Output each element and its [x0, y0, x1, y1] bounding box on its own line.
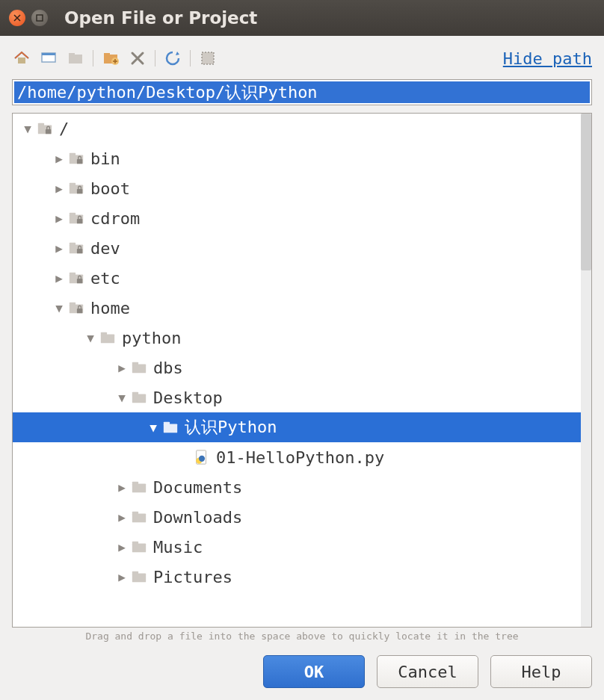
path-input-wrap [12, 79, 592, 105]
chevron-right-icon[interactable]: ▶ [114, 510, 129, 524]
indent [13, 248, 52, 249]
tree-row[interactable]: ▶Pictures [13, 562, 581, 592]
project-icon[interactable] [66, 49, 85, 68]
tree-row[interactable]: ▼认识Python [13, 412, 581, 442]
indent [13, 338, 83, 338]
chevron-down-icon[interactable]: ▼ [20, 122, 35, 136]
chevron-down-icon[interactable]: ▼ [146, 421, 161, 435]
tree-row[interactable]: ▶boot [13, 173, 581, 203]
drag-drop-hint: Drag and drop a file into the space abov… [12, 628, 592, 652]
tree-row-label: boot [90, 179, 130, 198]
chevron-right-icon[interactable]: ▶ [52, 271, 67, 285]
chevron-down-icon[interactable]: ▼ [52, 301, 67, 315]
indent [13, 547, 114, 548]
titlebar: Open File or Project [0, 0, 604, 36]
indent [13, 158, 52, 159]
folder-icon [129, 479, 149, 495]
indent [13, 128, 20, 129]
tree-row-label: Pictures [153, 568, 232, 586]
window-minimize-button[interactable] [31, 10, 48, 26]
home-icon[interactable] [12, 49, 31, 68]
tree-row[interactable]: ▼Desktop [13, 382, 581, 412]
refresh-icon[interactable] [163, 49, 182, 68]
file-tree[interactable]: ▼/▶bin▶boot▶cdrom▶dev▶etc▼home▼python▶db… [13, 114, 581, 627]
ok-button[interactable]: OK [263, 655, 365, 688]
indent [13, 427, 146, 428]
cancel-button[interactable]: Cancel [377, 655, 478, 688]
folder-icon [129, 569, 149, 585]
scrollbar[interactable] [581, 114, 591, 627]
tree-row-label: dev [90, 239, 120, 258]
tree-row-label: Desktop [153, 388, 223, 407]
chevron-down-icon[interactable]: ▼ [114, 391, 129, 405]
folder-lock-icon [67, 270, 86, 286]
tree-row[interactable]: ▼home [13, 293, 581, 323]
folder-icon [129, 359, 149, 376]
indent [13, 278, 52, 279]
file-tree-panel: ▼/▶bin▶boot▶cdrom▶dev▶etc▼home▼python▶db… [12, 113, 592, 628]
toolbar-separator [190, 50, 191, 66]
tree-row[interactable]: ▶etc [13, 263, 581, 293]
tree-row[interactable]: ▶bin [13, 143, 581, 173]
desktop-icon[interactable] [39, 49, 58, 68]
folder-lock-icon [67, 240, 86, 256]
window-close-button[interactable] [9, 10, 25, 26]
tree-row-label: bin [90, 149, 120, 168]
chevron-right-icon[interactable]: ▶ [52, 211, 67, 226]
indent [13, 308, 52, 309]
folder-lock-icon [35, 120, 55, 137]
tree-row[interactable]: ▼python [13, 323, 581, 353]
new-folder-icon[interactable] [101, 49, 120, 68]
folder-icon [129, 389, 149, 406]
tree-row-label: / [59, 120, 69, 138]
show-hidden-icon[interactable] [198, 49, 218, 68]
chevron-right-icon[interactable]: ▶ [114, 570, 129, 584]
indent [13, 397, 114, 398]
tree-row-label: dbs [153, 359, 183, 377]
tree-row-label: Music [153, 538, 203, 557]
tree-row[interactable]: ▼/ [13, 114, 581, 143]
toolbar: Hide path [12, 43, 592, 73]
chevron-right-icon[interactable]: ▶ [114, 361, 129, 375]
button-row: OK Cancel Help [12, 652, 592, 688]
tree-row[interactable]: ▶Documents [13, 472, 581, 502]
tree-row[interactable]: ▶cdrom [13, 203, 581, 233]
dialog-body: Hide path ▼/▶bin▶boot▶cdrom▶dev▶etc▼home… [0, 36, 604, 700]
tree-row[interactable]: ▶Downloads [13, 502, 581, 532]
folder-lock-icon [67, 300, 86, 316]
chevron-down-icon[interactable]: ▼ [83, 331, 98, 345]
folder-icon [129, 539, 149, 555]
path-input[interactable] [14, 81, 590, 103]
svg-rect-20 [37, 15, 43, 21]
help-button[interactable]: Help [490, 655, 592, 688]
chevron-right-icon[interactable]: ▶ [114, 540, 129, 554]
indent [13, 487, 114, 488]
folder-lock-icon [67, 210, 86, 226]
python-file-icon [192, 449, 212, 465]
folder-icon [98, 329, 117, 346]
tree-row-label: 认识Python [185, 416, 277, 439]
folder-lock-icon [67, 180, 86, 196]
hide-path-link[interactable]: Hide path [503, 49, 592, 68]
tree-row-label: etc [90, 269, 120, 288]
tree-row[interactable]: 01-HelloPython.py [13, 442, 581, 472]
scrollbar-thumb[interactable] [581, 114, 591, 270]
tree-row-label: python [122, 329, 181, 347]
indent [13, 368, 114, 368]
folder-icon [161, 419, 180, 436]
tree-row[interactable]: ▶Music [13, 532, 581, 562]
indent [13, 577, 114, 577]
delete-icon[interactable] [128, 49, 147, 68]
indent [13, 188, 52, 189]
chevron-right-icon[interactable]: ▶ [52, 152, 67, 166]
folder-icon [129, 509, 149, 525]
tree-row[interactable]: ▶dbs [13, 353, 581, 382]
chevron-right-icon[interactable]: ▶ [52, 182, 67, 196]
tree-row-label: cdrom [90, 209, 140, 228]
chevron-right-icon[interactable]: ▶ [114, 480, 129, 495]
indent [13, 457, 177, 458]
chevron-right-icon[interactable]: ▶ [52, 241, 67, 255]
tree-row-label: Documents [153, 478, 242, 497]
window-title: Open File or Project [64, 8, 257, 28]
tree-row[interactable]: ▶dev [13, 233, 581, 263]
